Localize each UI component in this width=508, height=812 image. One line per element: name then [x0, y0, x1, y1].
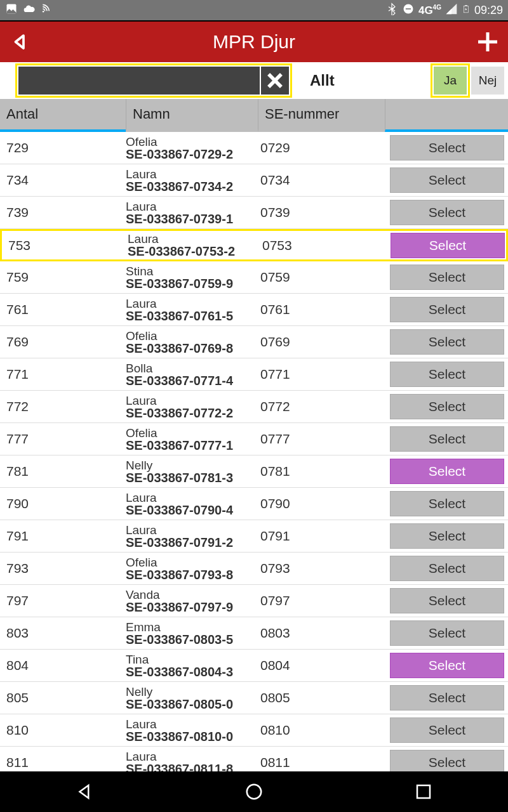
cell-action: Select [385, 620, 508, 646]
cell-action: Select [385, 588, 508, 613]
table-row[interactable]: 777OfeliaSE-033867-0777-10777Select [0, 423, 508, 455]
table-row[interactable]: 734LauraSE-033867-0734-20734Select [0, 164, 508, 197]
name-label: Laura [126, 750, 258, 763]
status-bar: 4G4G 09:29 [0, 0, 508, 20]
clear-search-button[interactable] [261, 67, 289, 95]
select-button[interactable]: Select [390, 588, 504, 613]
cell-se-short: 0772 [258, 399, 385, 414]
se-full-label: SE-033867-0797-9 [126, 601, 258, 613]
page-title: MPR Djur [0, 31, 508, 53]
cloud-icon [23, 3, 36, 18]
cell-se-short: 0739 [258, 205, 385, 220]
back-button[interactable] [8, 29, 33, 55]
select-button[interactable]: Select [390, 556, 504, 581]
table-row[interactable]: 804TinaSE-033867-0804-30804Select [0, 650, 508, 682]
select-button[interactable]: Select [390, 523, 504, 549]
name-label: Laura [126, 168, 258, 180]
select-button[interactable]: Select [390, 685, 504, 710]
select-button[interactable]: Select [390, 297, 504, 322]
select-button[interactable]: Select [390, 135, 504, 160]
table-row[interactable]: 791LauraSE-033867-0791-20791Select [0, 520, 508, 553]
table-row[interactable]: 805NellySE-033867-0805-00805Select [0, 682, 508, 714]
table-row[interactable]: 772LauraSE-033867-0772-20772Select [0, 391, 508, 423]
cell-action: Select [385, 265, 508, 290]
table-row[interactable]: 803EmmaSE-033867-0803-50803Select [0, 617, 508, 650]
table-row[interactable]: 729OfeliaSE-033867-0729-20729Select [0, 132, 508, 164]
table-row[interactable]: 797VandaSE-033867-0797-90797Select [0, 585, 508, 617]
name-label: Ofelia [126, 427, 258, 439]
se-full-label: SE-033867-0739-1 [126, 213, 258, 225]
table-row[interactable]: 759StinaSE-033867-0759-90759Select [0, 261, 508, 294]
se-full-label: SE-033867-0790-4 [126, 504, 258, 516]
table-row[interactable]: 771BollaSE-033867-0771-40771Select [0, 358, 508, 391]
name-label: Laura [128, 233, 260, 245]
svg-point-6 [247, 785, 262, 799]
cell-action: Select [385, 297, 508, 322]
select-button[interactable]: Select [390, 167, 504, 193]
name-label: Tina [126, 653, 258, 665]
cell-antal: 739 [0, 205, 126, 220]
table-row[interactable]: 781NellySE-033867-0781-30781Select [0, 455, 508, 488]
select-button[interactable]: Select [390, 717, 504, 743]
dnd-icon [402, 3, 415, 18]
cell-namn: OfeliaSE-033867-0793-8 [126, 556, 258, 581]
table-row[interactable]: 739LauraSE-033867-0739-10739Select [0, 197, 508, 229]
square-recent-icon [414, 782, 433, 801]
table-row[interactable]: 753LauraSE-033867-0753-20753Select [0, 229, 508, 261]
cell-namn: LauraSE-033867-0790-4 [126, 492, 258, 516]
select-button[interactable]: Select [390, 394, 504, 419]
cell-se-short: 0761 [258, 302, 385, 317]
se-full-label: SE-033867-0729-2 [126, 148, 258, 160]
table-row[interactable]: 790LauraSE-033867-0790-40790Select [0, 488, 508, 520]
select-button[interactable]: Select [390, 653, 504, 678]
cell-action: Select [385, 426, 508, 452]
cell-namn: VandaSE-033867-0797-9 [126, 589, 258, 613]
select-button[interactable]: Select [390, 620, 504, 646]
cell-action: Select [385, 523, 508, 549]
name-label: Ofelia [126, 136, 258, 148]
select-button[interactable]: Select [390, 362, 504, 387]
table-row[interactable]: 793OfeliaSE-033867-0793-80793Select [0, 553, 508, 585]
cell-namn: LauraSE-033867-0739-1 [126, 200, 258, 225]
select-button[interactable]: Select [391, 233, 505, 258]
system-navbar [0, 771, 508, 812]
nav-home-button[interactable] [244, 782, 264, 801]
col-se[interactable]: SE-nummer [258, 99, 385, 132]
table-row[interactable]: 761LauraSE-033867-0761-50761Select [0, 294, 508, 326]
select-button[interactable]: Select [390, 459, 504, 484]
cell-se-short: 0810 [258, 723, 385, 738]
battery-icon [462, 3, 471, 18]
animal-list[interactable]: 729OfeliaSE-033867-0729-20729Select734La… [0, 132, 508, 779]
table-row[interactable]: 810LauraSE-033867-0810-00810Select [0, 714, 508, 747]
cell-action: Select [385, 167, 508, 193]
select-button[interactable]: Select [390, 329, 504, 355]
signal-icon [445, 3, 458, 18]
cell-namn: NellySE-033867-0781-3 [126, 459, 258, 484]
search-input[interactable] [18, 67, 260, 95]
cell-action: Select [385, 653, 508, 678]
add-button[interactable] [474, 28, 502, 56]
nav-recent-button[interactable] [414, 782, 433, 801]
nav-back-button[interactable] [75, 782, 94, 801]
cell-se-short: 0811 [258, 755, 385, 770]
svg-rect-5 [465, 5, 467, 6]
select-button[interactable]: Select [390, 491, 504, 516]
nej-button[interactable]: Nej [471, 67, 504, 95]
app-header: MPR Djur [0, 20, 508, 62]
name-label: Laura [126, 718, 258, 730]
name-label: Stina [126, 265, 258, 277]
col-antal[interactable]: Antal [0, 99, 126, 132]
name-label: Nelly [126, 459, 258, 471]
se-full-label: SE-033867-0810-0 [126, 730, 258, 743]
cell-namn: LauraSE-033867-0753-2 [128, 233, 260, 258]
select-button[interactable]: Select [390, 426, 504, 452]
select-button[interactable]: Select [390, 265, 504, 290]
se-full-label: SE-033867-0804-3 [126, 665, 258, 678]
se-full-label: SE-033867-0803-5 [126, 633, 258, 646]
se-full-label: SE-033867-0805-0 [126, 698, 258, 710]
col-namn[interactable]: Namn [126, 99, 258, 132]
ja-button[interactable]: Ja [434, 67, 467, 95]
select-button[interactable]: Select [390, 200, 504, 225]
table-row[interactable]: 769OfeliaSE-033867-0769-80769Select [0, 326, 508, 358]
cell-se-short: 0791 [258, 528, 385, 544]
